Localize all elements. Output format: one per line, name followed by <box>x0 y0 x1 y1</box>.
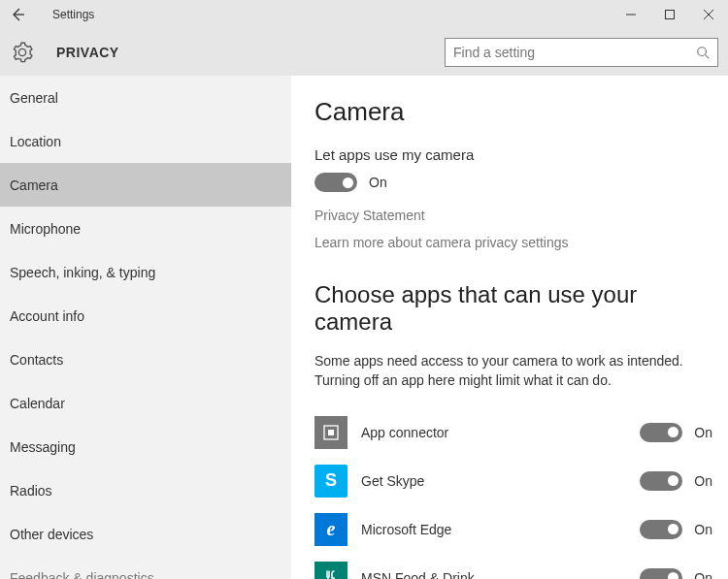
content: Camera Let apps use my camera On Privacy… <box>291 76 728 579</box>
sidebar-item-location[interactable]: Location <box>0 119 291 163</box>
sidebar-item-feedback[interactable]: Feedback & diagnostics <box>0 556 291 579</box>
master-toggle-row: On <box>314 173 712 192</box>
breadcrumb: PRIVACY <box>56 45 119 60</box>
sidebar-item-messaging[interactable]: Messaging <box>0 425 291 468</box>
maximize-button[interactable] <box>650 0 689 29</box>
app-toggle[interactable] <box>640 568 682 579</box>
master-toggle[interactable] <box>314 173 357 192</box>
app-toggle[interactable] <box>640 423 682 442</box>
close-icon <box>704 10 713 19</box>
food-drink-icon <box>314 562 347 579</box>
svg-line-5 <box>706 55 710 59</box>
toggle-knob <box>668 572 678 579</box>
app-name: Microsoft Edge <box>361 522 640 537</box>
sidebar-item-account[interactable]: Account info <box>0 294 291 338</box>
window-controls <box>612 0 728 29</box>
app-name: App connector <box>361 425 640 440</box>
search-icon <box>696 46 710 59</box>
sidebar-item-speech[interactable]: Speech, inking, & typing <box>0 250 291 294</box>
svg-rect-7 <box>328 430 334 435</box>
app-toggle-state: On <box>694 570 712 579</box>
app-toggle-state: On <box>694 473 712 489</box>
header: PRIVACY <box>0 29 728 76</box>
app-row: S Get Skype On <box>314 457 712 505</box>
app-toggle[interactable] <box>640 520 682 539</box>
minimize-icon <box>626 10 636 19</box>
svg-rect-1 <box>666 11 675 19</box>
section-desc: Some apps need access to your camera to … <box>314 351 693 391</box>
back-button[interactable] <box>0 0 35 29</box>
minimize-button[interactable] <box>612 0 650 29</box>
gear-icon <box>12 42 33 63</box>
window-title: Settings <box>52 8 94 21</box>
sidebar-item-microphone[interactable]: Microphone <box>0 207 291 250</box>
arrow-left-icon <box>10 7 25 22</box>
page-title: Camera <box>314 97 712 127</box>
app-connector-icon <box>314 416 347 449</box>
learn-more-link[interactable]: Learn more about camera privacy settings <box>314 235 712 250</box>
search-input[interactable] <box>453 45 696 60</box>
sidebar-item-radios[interactable]: Radios <box>0 468 291 512</box>
app-row: App connector On <box>314 408 712 457</box>
master-toggle-state: On <box>369 175 387 190</box>
master-toggle-label: Let apps use my camera <box>314 146 712 163</box>
app-row: MSN Food & Drink On <box>314 554 712 579</box>
titlebar: Settings <box>0 0 728 29</box>
toggle-knob <box>343 177 353 188</box>
maximize-icon <box>665 10 675 19</box>
sidebar-item-contacts[interactable]: Contacts <box>0 338 291 381</box>
sidebar-item-general[interactable]: General <box>0 76 291 119</box>
sidebar-item-camera[interactable]: Camera <box>0 163 291 207</box>
app-row: e Microsoft Edge On <box>314 505 712 554</box>
body: General Location Camera Microphone Speec… <box>0 76 728 579</box>
app-toggle-state: On <box>694 425 712 440</box>
sidebar-item-other-devices[interactable]: Other devices <box>0 512 291 556</box>
search-box[interactable] <box>445 38 718 67</box>
skype-icon: S <box>314 465 347 498</box>
section-title: Choose apps that can use your camera <box>314 281 712 336</box>
close-button[interactable] <box>689 0 728 29</box>
edge-icon: e <box>314 513 347 546</box>
toggle-knob <box>668 475 678 486</box>
app-name: Get Skype <box>361 473 640 489</box>
app-toggle-state: On <box>694 522 712 537</box>
sidebar-item-calendar[interactable]: Calendar <box>0 381 291 425</box>
toggle-knob <box>668 524 678 534</box>
toggle-knob <box>668 427 678 437</box>
privacy-statement-link[interactable]: Privacy Statement <box>314 208 712 223</box>
app-name: MSN Food & Drink <box>361 570 640 579</box>
svg-point-4 <box>698 48 707 56</box>
app-toggle[interactable] <box>640 471 682 491</box>
sidebar: General Location Camera Microphone Speec… <box>0 76 291 579</box>
